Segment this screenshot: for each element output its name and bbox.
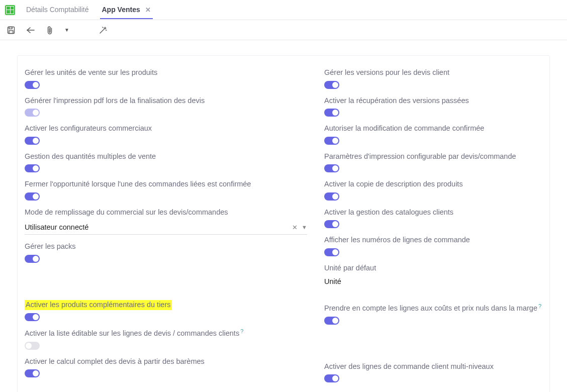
toggle-zerocost[interactable] — [324, 317, 339, 325]
panel-wrap: Gérer les unités de vente sur les produi… — [0, 40, 567, 392]
label-modconfirmed: Autoriser la modification de commande co… — [324, 124, 484, 134]
toggle-printparams[interactable] — [324, 164, 339, 172]
spacer — [324, 332, 542, 362]
field-units: Gérer les unités de vente sur les produi… — [25, 68, 307, 89]
left-column: Gérer les unités de vente sur les produi… — [18, 68, 321, 382]
label-units: Gérer les unités de vente sur les produi… — [25, 68, 157, 78]
field-modconfirmed: Autoriser la modification de commande co… — [324, 124, 542, 145]
toggle-multqty[interactable] — [25, 164, 40, 172]
toolbar: ▼ — [0, 20, 567, 40]
field-complprod: Activer les produits complémentaires du … — [25, 300, 307, 321]
field-multilevel: Activer des lignes de commande client mu… — [324, 362, 542, 383]
label-catalogs: Activer la gestion des catalogues client… — [324, 208, 453, 218]
toggle-modconfirmed[interactable] — [324, 137, 339, 145]
label-closeopp: Fermer l'opportunité lorsque l'une des c… — [25, 179, 251, 189]
field-fillmode: Mode de remplissage du commercial sur le… — [25, 208, 307, 235]
toggle-closeopp[interactable] — [25, 192, 40, 201]
toggle-fullcalc[interactable] — [25, 369, 40, 377]
spacer — [324, 295, 542, 303]
svg-rect-1 — [9, 27, 12, 29]
svg-rect-2 — [9, 31, 13, 34]
label-packs: Gérer les packs — [25, 242, 76, 252]
label-complprod: Activer les produits complémentaires du … — [25, 300, 172, 310]
tab-label: App Ventes — [102, 6, 140, 14]
select-fillmode-value: Utilisateur connecté — [25, 223, 292, 231]
label-printparams: Paramètres d'impression configurable par… — [324, 152, 516, 162]
label-recovpast: Activer la récupération des versions pas… — [324, 96, 469, 106]
toggle-editlist — [25, 342, 40, 350]
close-icon[interactable]: ✕ — [145, 6, 151, 14]
label-defunit: Unité par défaut — [324, 263, 376, 273]
spacer — [25, 270, 307, 300]
label-linenum: Afficher les numéros de lignes de comman… — [324, 235, 470, 245]
chevron-down-icon[interactable]: ▼ — [302, 224, 307, 230]
field-versions: Gérer les versions pour les devis client — [324, 68, 542, 89]
label-pdf: Générer l'impression pdf lors de la fina… — [25, 96, 205, 106]
toggle-recovpast[interactable] — [324, 109, 339, 117]
field-printparams: Paramètres d'impression configurable par… — [324, 152, 542, 173]
label-multilevel: Activer des lignes de commande client mu… — [324, 362, 494, 372]
field-configurators: Activer les configurateurs commerciaux — [25, 124, 307, 145]
field-closeopp: Fermer l'opportunité lorsque l'une des c… — [25, 179, 307, 201]
app-icon — [5, 5, 15, 15]
field-recovpast: Activer la récupération des versions pas… — [324, 96, 542, 117]
field-packs: Gérer les packs — [25, 242, 307, 263]
label-zerocost: Prendre en compte les lignes aux coûts e… — [324, 304, 537, 314]
field-catalogs: Activer la gestion des catalogues client… — [324, 208, 542, 229]
help-icon[interactable]: ? — [240, 328, 243, 334]
field-linenum: Afficher les numéros de lignes de comman… — [324, 235, 542, 256]
magic-wand-icon[interactable] — [99, 26, 108, 35]
toggle-versions[interactable] — [324, 81, 339, 89]
toggle-catalogs[interactable] — [324, 220, 339, 228]
toggle-copydesc[interactable] — [324, 192, 339, 201]
field-editlist: Activer la liste éditable sur les lignes… — [25, 328, 307, 350]
label-editlist: Activer la liste éditable sur les lignes… — [25, 329, 239, 339]
tab-bar: Détails Comptabilité App Ventes ✕ — [0, 0, 567, 20]
label-copydesc: Activer la copie de description des prod… — [324, 179, 463, 189]
clear-icon[interactable]: ✕ — [292, 224, 298, 231]
select-fillmode[interactable]: Utilisateur connecté ✕ ▼ — [25, 221, 307, 235]
toggle-multilevel[interactable] — [324, 374, 339, 382]
right-column: Gérer les versions pour les devis client… — [321, 68, 549, 382]
toggle-pdf — [25, 109, 40, 117]
toggle-linenum[interactable] — [324, 248, 339, 256]
help-icon[interactable]: ? — [538, 303, 541, 309]
label-multqty: Gestion des quantités multiples de vente — [25, 152, 156, 162]
label-fillmode: Mode de remplissage du commercial sur le… — [25, 208, 228, 218]
label-configurators: Activer les configurateurs commerciaux — [25, 124, 152, 134]
toggle-units[interactable] — [25, 81, 40, 89]
toggle-configurators[interactable] — [25, 137, 40, 145]
toggle-packs[interactable] — [25, 255, 40, 263]
value-defunit[interactable]: Unité — [324, 276, 542, 288]
label-fullcalc: Activer le calcul complet des devis à pa… — [25, 357, 205, 367]
tab-app-ventes[interactable]: App Ventes ✕ — [100, 1, 153, 19]
field-pdf: Générer l'impression pdf lors de la fina… — [25, 96, 307, 117]
field-multqty: Gestion des quantités multiples de vente — [25, 152, 307, 173]
field-fullcalc: Activer le calcul complet des devis à pa… — [25, 357, 307, 378]
back-arrow-icon[interactable] — [26, 27, 35, 34]
toggle-complprod[interactable] — [25, 313, 40, 321]
label-versions: Gérer les versions pour les devis client — [324, 68, 449, 78]
dropdown-caret-icon[interactable]: ▼ — [64, 27, 69, 33]
attachment-icon[interactable] — [46, 26, 53, 35]
save-icon[interactable] — [7, 26, 15, 34]
field-zerocost: Prendre en compte les lignes aux coûts e… — [324, 303, 542, 325]
field-copydesc: Activer la copie de description des prod… — [324, 179, 542, 201]
tab-label: Détails Comptabilité — [26, 6, 89, 14]
settings-panel: Gérer les unités de vente sur les produi… — [17, 55, 550, 392]
tab-details-comptabilite[interactable]: Détails Comptabilité — [24, 1, 91, 19]
field-defunit: Unité par défaut Unité — [324, 263, 542, 288]
